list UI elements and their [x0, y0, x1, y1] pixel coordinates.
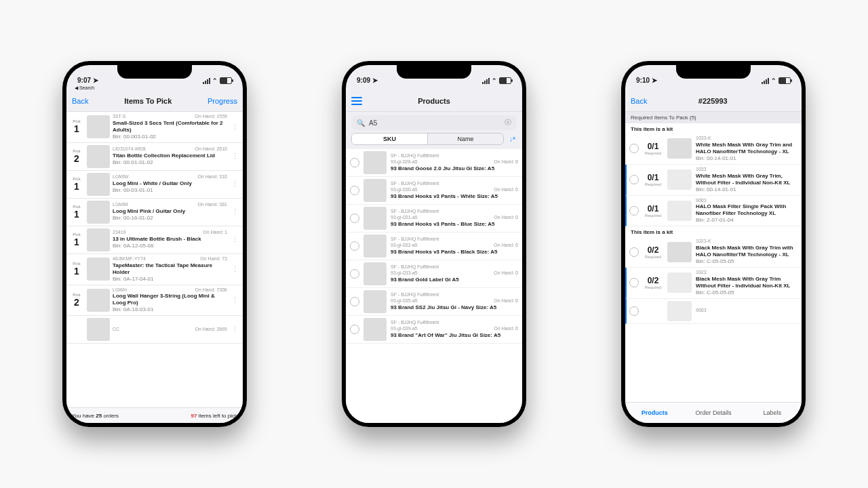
product-name: HALO Mask Filter Single Pack With Nanofi… — [696, 203, 797, 217]
product-name: 13 in Ultimate Bottle Brush - Black — [113, 236, 227, 243]
on-hand: On Hand: 0 — [494, 243, 518, 249]
on-hand: On Hand: 73 — [200, 256, 227, 262]
pick-row[interactable]: Pick1LGMIWOn Hand: 310Loog Mini - White … — [66, 171, 243, 199]
more-icon[interactable]: ⋮ — [230, 207, 240, 216]
product-list[interactable]: SF - BJJHQ Fulfillment93-gi-028-a5On Han… — [346, 149, 522, 423]
nav-progress[interactable]: Progress — [208, 97, 237, 105]
sku: 93-gi-035-a5 — [391, 298, 418, 304]
nav-back[interactable]: Back — [72, 97, 88, 105]
more-icon[interactable]: ⋮ — [230, 152, 240, 161]
radio-select[interactable] — [350, 297, 359, 306]
product-row[interactable]: SF - BJJHQ Fulfillment93-gi-039-a5On Han… — [346, 316, 522, 344]
product-thumbnail — [363, 290, 387, 313]
pick-qty: Pick2 — [69, 149, 84, 164]
radio-select[interactable] — [350, 325, 359, 334]
source: SF - BJJHQ Fulfillment — [391, 153, 439, 159]
nav-back[interactable]: Back — [631, 97, 647, 105]
product-row[interactable]: SF - BJJHQ Fulfillment93-gi-028-a5On Han… — [346, 149, 522, 177]
source: SF - BJJHQ Fulfillment — [391, 181, 439, 187]
row-main: 9003HALO Mask Filter Single Pack With Na… — [696, 198, 797, 224]
row-main: 1023Black Mesh Mask With Gray Trim Witho… — [696, 270, 797, 296]
seg-name[interactable]: Name — [427, 134, 503, 144]
bin: Bin: 0A-12-05-08 — [113, 243, 227, 249]
more-icon[interactable]: ⋮ — [230, 296, 240, 304]
product-row[interactable]: SF - BJJHQ Fulfillment93-gi-030-a5On Han… — [346, 177, 522, 205]
pick-list[interactable]: Pick13ST-SOn Hand: 1559Small-Sized 3 Sec… — [66, 112, 243, 407]
sku: LID31674-WEB — [113, 146, 146, 152]
row-main: SF - BJJHQ Fulfillment93-gi-039-a5On Han… — [391, 320, 518, 339]
sku: LGMIW — [113, 174, 129, 180]
segment-control[interactable]: SKU Name — [351, 133, 504, 145]
nav-title: Items To Pick — [124, 97, 172, 105]
pack-row[interactable]: 0/2Required1023Black Mesh Mask With Gray… — [625, 268, 802, 299]
wifi-icon: ⌃ — [212, 78, 218, 84]
radio-select[interactable] — [629, 175, 639, 184]
product-row[interactable]: SF - BJJHQ Fulfillment93-gi-035-a5On Han… — [346, 288, 522, 316]
radio-select[interactable] — [350, 158, 359, 167]
pick-row[interactable]: Pick1LGMIMOn Hand: 381Loog Mini Pink / G… — [66, 199, 243, 226]
on-hand: On Hand: 0 — [494, 298, 518, 304]
more-icon[interactable]: ⋮ — [230, 235, 240, 244]
seg-sku[interactable]: SKU — [352, 134, 427, 144]
tab-order-details[interactable]: Order Details — [684, 409, 743, 416]
on-hand: On Hand: 1 — [203, 230, 227, 236]
product-name: Loog Wall Hanger 3-String (Loog Mini & L… — [113, 293, 227, 306]
product-row[interactable]: SF - BJJHQ Fulfillment93-gi-031-a5On Han… — [346, 205, 522, 232]
product-name: TapeMaster: the Tactical Tape Measure Ho… — [113, 262, 227, 276]
pack-row[interactable]: 9003 — [625, 299, 802, 324]
product-thumbnail — [363, 318, 387, 341]
more-icon[interactable]: ⋮ — [230, 123, 240, 131]
pack-row[interactable]: 0/1Required9003HALO Mask Filter Single P… — [625, 196, 802, 227]
location-icon: ➤ — [652, 77, 657, 84]
product-name: 93 Brand SS2 Jiu Jitsu Gi - Navy Size: A… — [391, 304, 518, 311]
tab-labels[interactable]: Labels — [743, 409, 802, 416]
row-main: 23419On Hand: 113 in Ultimate Bottle Bru… — [113, 230, 227, 249]
clear-icon[interactable]: ⓧ — [505, 118, 511, 127]
row-main: SF - BJJHQ Fulfillment93-gi-028-a5On Han… — [391, 153, 518, 172]
tab-products[interactable]: Products — [625, 409, 684, 416]
pick-row[interactable]: Pick123419On Hand: 113 in Ultimate Bottl… — [66, 226, 243, 254]
product-row[interactable]: SF - BJJHQ Fulfillment93-gi-033-a5On Han… — [346, 260, 522, 288]
back-to-search[interactable]: ◀ Search — [66, 85, 243, 91]
pack-row[interactable]: 0/2Required1023-KBlack Mesh Mask With Gr… — [625, 237, 802, 268]
radio-select[interactable] — [350, 269, 359, 279]
row-main: SF - BJJHQ Fulfillment93-gi-030-a5On Han… — [391, 181, 518, 200]
signal-icon — [482, 78, 490, 84]
radio-select[interactable] — [629, 247, 639, 257]
pack-row[interactable]: 0/1Required1033-KWhite Mesh Mask With Gr… — [625, 134, 802, 165]
pack-qty: 0/1Required — [643, 204, 663, 218]
radio-select[interactable] — [350, 214, 359, 223]
pack-row[interactable]: 0/1Required1033White Mesh Mask With Gray… — [625, 165, 802, 196]
row-main: SF - BJJHQ Fulfillment93-gi-031-a5On Han… — [391, 209, 518, 228]
sku: 93-gi-039-a5 — [391, 326, 418, 332]
search-input[interactable]: 🔍 A5 ⓧ — [351, 115, 517, 130]
row-main: 9003 — [696, 308, 797, 314]
more-icon[interactable]: ⋮ — [230, 180, 240, 188]
menu-icon[interactable] — [351, 97, 362, 105]
radio-select[interactable] — [629, 306, 639, 316]
pick-row[interactable]: Pick13ST-SOn Hand: 1559Small-Sized 3 Sec… — [66, 112, 243, 143]
pack-list[interactable]: This item is a kit0/1Required1033-KWhite… — [625, 123, 802, 402]
wifi-icon: ⌃ — [771, 78, 776, 84]
pick-row[interactable]: Pick148-BKMF-YY74On Hand: 73TapeMaster: … — [66, 254, 243, 285]
radio-select[interactable] — [629, 206, 639, 216]
bin: Bin: 00-01-01-02 — [113, 159, 227, 166]
pick-row[interactable]: Pick2LGWHOn Hand: 7306Loog Wall Hanger 3… — [66, 285, 243, 317]
pick-row[interactable]: CCOn Hand: 2865⋮ — [66, 316, 243, 344]
radio-select[interactable] — [350, 241, 359, 251]
more-icon[interactable]: ⋮ — [230, 265, 240, 274]
sort-icon[interactable]: ↓ᴬ — [508, 136, 517, 143]
on-hand: On Hand: 2865 — [195, 327, 227, 333]
location-icon: ➤ — [372, 77, 378, 84]
more-icon[interactable]: ⋮ — [230, 325, 240, 334]
sku: 9003 — [696, 198, 707, 204]
pick-qty: Pick1 — [69, 177, 84, 192]
pick-qty: Pick1 — [69, 119, 84, 134]
radio-select[interactable] — [629, 278, 639, 287]
on-hand: On Hand: 1559 — [195, 114, 227, 120]
pick-row[interactable]: Pick2LID31674-WEBOn Hand: 2010Titan Bott… — [66, 143, 243, 171]
product-row[interactable]: SF - BJJHQ Fulfillment93-gi-032-a5On Han… — [346, 232, 522, 260]
radio-select[interactable] — [629, 144, 639, 153]
on-hand: On Hand: 0 — [494, 215, 518, 221]
radio-select[interactable] — [350, 186, 359, 195]
